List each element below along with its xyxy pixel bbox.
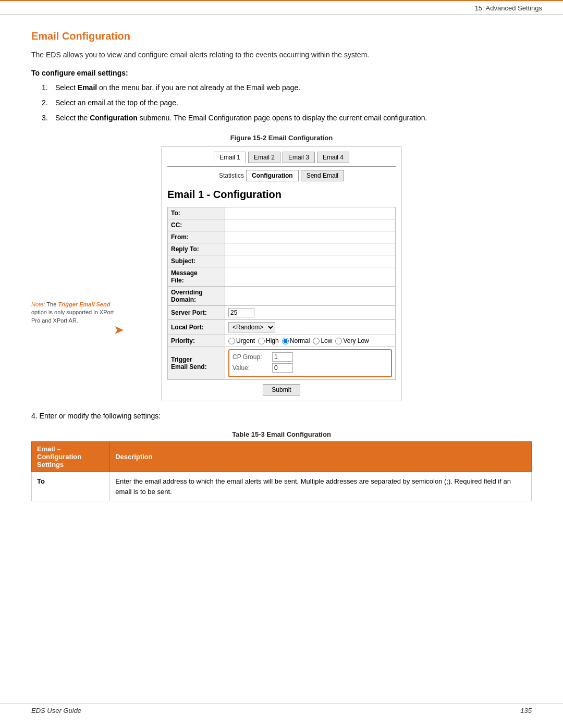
label-msgfile: MessageFile: [168, 267, 225, 287]
field-priority: Urgent High Normal Low Very Low [225, 335, 396, 347]
step-3-num: 3. [42, 113, 51, 124]
tab-email-3[interactable]: Email 3 [283, 152, 315, 163]
table-caption-text: Table 15-3 Email Configuration [232, 430, 331, 438]
step-3-text: Select the Configuration submenu. The Em… [55, 113, 532, 124]
radio-low[interactable] [313, 338, 320, 344]
steps-list: 1. Select Email on the menu bar, if you … [42, 82, 532, 124]
form-row-to: To: [168, 207, 396, 219]
field-to[interactable] [225, 207, 396, 219]
table-row: To Enter the email address to which the … [32, 472, 532, 501]
field-serverport[interactable] [225, 306, 396, 320]
select-localport[interactable]: <Random> [228, 322, 275, 332]
radio-verylow[interactable] [335, 338, 342, 344]
priority-normal[interactable]: Normal [282, 337, 310, 344]
figure-container: Note: The Trigger Email Send option is o… [31, 134, 532, 401]
email-form-title: Email 1 - Configuration [167, 187, 396, 203]
step-2-text: Select an email at the top of the page. [55, 97, 532, 108]
trigger-value-row: Value: [232, 363, 388, 373]
field-cc[interactable] [225, 219, 396, 231]
step-1-num: 1. [42, 82, 51, 93]
step-4-text: 4. Enter or modify the following setting… [31, 412, 532, 420]
subtab-send-email[interactable]: Send Email [301, 170, 344, 181]
trigger-inner: CP Group: Value: [228, 349, 392, 377]
input-replyto[interactable] [228, 245, 392, 253]
table-header-row: Email – ConfigurationSettings Descriptio… [32, 442, 532, 472]
tab-email-1[interactable]: Email 1 [214, 152, 246, 163]
form-row-msgfile: MessageFile: [168, 267, 396, 287]
footer-right: 135 [520, 707, 532, 714]
input-cc[interactable] [228, 221, 392, 229]
label-domain: OverridingDomain: [168, 287, 225, 306]
intro-text: The EDS allows you to view and configure… [31, 50, 532, 60]
content-area: Email Configuration The EDS allows you t… [0, 15, 563, 522]
col-settings: Email – ConfigurationSettings [32, 442, 110, 472]
subtabs-row: Statistics Configuration Send Email [167, 170, 396, 181]
label-localport: Local Port: [168, 320, 225, 335]
input-msgfile[interactable] [228, 273, 392, 280]
form-row-priority: Priority: Urgent High Normal Low Very Lo… [168, 335, 396, 347]
input-serverport[interactable] [228, 308, 254, 317]
tab-email-4[interactable]: Email 4 [317, 152, 349, 163]
footer-left: EDS User Guide [31, 707, 81, 714]
priority-verylow[interactable]: Very Low [335, 337, 369, 344]
field-localport[interactable]: <Random> [225, 320, 396, 335]
label-trigger: TriggerEmail Send: [168, 347, 225, 380]
form-row-from: From: [168, 231, 396, 243]
submit-row: Submit [167, 384, 396, 396]
section-title: Email Configuration [31, 30, 532, 42]
trigger-value-label: Value: [232, 364, 269, 372]
figure-inner: Figure 15-2 Email Configuration Email 1 … [162, 134, 401, 401]
subtab-configuration[interactable]: Configuration [246, 170, 299, 181]
email-form-table: To: CC: From: [167, 207, 396, 380]
input-to[interactable] [228, 209, 392, 217]
label-to: To: [168, 207, 225, 219]
form-row-subject: Subject: [168, 255, 396, 267]
radio-urgent[interactable] [228, 338, 235, 344]
note-prefix: Note: [31, 301, 46, 307]
cell-setting-to: To [32, 472, 110, 501]
step-2-num: 2. [42, 97, 51, 108]
submit-button[interactable]: Submit [263, 384, 300, 396]
form-row-localport: Local Port: <Random> [168, 320, 396, 335]
form-row-trigger: TriggerEmail Send: CP Group: Value [168, 347, 396, 380]
label-subject: Subject: [168, 255, 225, 267]
header-text: 15: Advanced Settings [475, 4, 542, 12]
radio-normal[interactable] [282, 338, 289, 344]
trigger-cp-group-row: CP Group: [232, 352, 388, 362]
priority-high[interactable]: High [258, 337, 279, 344]
input-subject[interactable] [228, 257, 392, 265]
arrow-icon: ➤ [114, 323, 124, 337]
priority-low[interactable]: Low [313, 337, 332, 344]
field-from[interactable] [225, 231, 396, 243]
field-domain[interactable] [225, 287, 396, 306]
form-row-domain: OverridingDomain: [168, 287, 396, 306]
label-serverport: Server Port: [168, 306, 225, 320]
step-1-text: Select Email on the menu bar, if you are… [55, 82, 532, 93]
figure-caption: Figure 15-2 Email Configuration [162, 134, 401, 142]
cell-desc-to: Enter the email address to which the ema… [110, 472, 532, 501]
priority-options: Urgent High Normal Low Very Low [228, 337, 392, 344]
radio-high[interactable] [258, 338, 265, 344]
input-cp-group[interactable] [272, 352, 293, 362]
bold-heading: To configure email settings: [31, 69, 532, 77]
col-description: Description [110, 442, 532, 472]
step-1: 1. Select Email on the menu bar, if you … [42, 82, 532, 93]
step-2: 2. Select an email at the top of the pag… [42, 97, 532, 108]
priority-urgent[interactable]: Urgent [228, 337, 255, 344]
input-trigger-value[interactable] [272, 363, 293, 373]
form-row-serverport: Server Port: [168, 306, 396, 320]
email-tabs-row: Email 1 Email 2 Email 3 Email 4 [167, 152, 396, 167]
input-from[interactable] [228, 233, 392, 241]
field-subject[interactable] [225, 255, 396, 267]
input-domain[interactable] [228, 292, 392, 300]
header-bar: 15: Advanced Settings [0, 1, 563, 15]
step-3: 3. Select the Configuration submenu. The… [42, 113, 532, 124]
label-priority: Priority: [168, 335, 225, 347]
tab-email-2[interactable]: Email 2 [248, 152, 280, 163]
footer: EDS User Guide 135 [0, 703, 563, 718]
field-trigger: CP Group: Value: [225, 347, 396, 380]
data-table: Email – ConfigurationSettings Descriptio… [31, 441, 532, 501]
field-replyto[interactable] [225, 243, 396, 255]
field-msgfile[interactable] [225, 267, 396, 287]
label-from: From: [168, 231, 225, 243]
